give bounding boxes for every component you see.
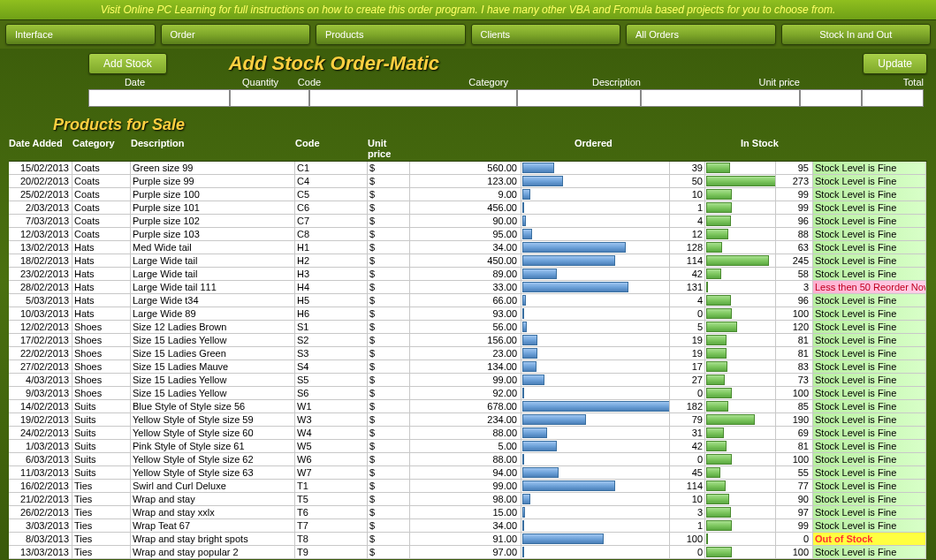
cell-date: 5/03/2013 bbox=[9, 294, 72, 307]
cell-stock: 69 bbox=[776, 427, 813, 440]
table-row[interactable]: 1/03/2013SuitsPink Style of Style size 6… bbox=[9, 440, 927, 453]
table-row[interactable]: 11/03/2013SuitsYellow Style of Style siz… bbox=[9, 466, 927, 480]
table-row[interactable]: 15/02/2013CoatsGreen size 99C1$560.00399… bbox=[9, 162, 927, 175]
nav-products[interactable]: Products bbox=[316, 24, 466, 45]
cell-stock-bar bbox=[705, 506, 776, 519]
cell-stock: 96 bbox=[776, 294, 813, 307]
description-input[interactable] bbox=[641, 89, 800, 107]
cell-description: Size 15 Ladies Yellow bbox=[131, 334, 295, 347]
cell-stock: 100 bbox=[776, 453, 813, 466]
cell-ordered-bar bbox=[521, 506, 670, 519]
cell-price: 156.00 bbox=[410, 334, 521, 347]
cell-ordered: 42 bbox=[670, 440, 705, 453]
cell-ordered: 100 bbox=[670, 533, 705, 546]
table-row[interactable]: 13/03/2013TiesWrap and stay popular 2T9$… bbox=[9, 546, 927, 559]
cell-code: T8 bbox=[295, 533, 368, 546]
table-row[interactable]: 12/03/2013CoatsPurple size 103C8$95.0012… bbox=[9, 228, 927, 241]
table-row[interactable]: 28/02/2013HatsLarge Wide tail 111H4$33.0… bbox=[9, 281, 927, 294]
cell-price: 97.00 bbox=[410, 546, 521, 559]
cell-status: Stock Level is Fine bbox=[813, 321, 926, 334]
table-row[interactable]: 23/02/2013HatsLarge Wide tailH3$89.00425… bbox=[9, 268, 927, 281]
cell-date: 13/02/2013 bbox=[9, 241, 72, 254]
cell-category: Suits bbox=[72, 400, 131, 413]
table-row[interactable]: 4/03/2013ShoesSize 15 Ladies YellowS5$99… bbox=[9, 374, 927, 387]
table-row[interactable]: 17/02/2013ShoesSize 15 Ladies YellowS2$1… bbox=[9, 334, 927, 347]
header-ordered: Ordered bbox=[521, 138, 705, 159]
cell-stock: 63 bbox=[776, 241, 813, 254]
cell-code: H2 bbox=[295, 254, 368, 268]
cell-description: Med Wide tail bbox=[131, 241, 295, 254]
update-button[interactable]: Update bbox=[863, 53, 927, 74]
category-input[interactable] bbox=[517, 89, 641, 107]
cell-stock: 100 bbox=[776, 307, 813, 321]
cell-currency: $ bbox=[368, 546, 410, 559]
table-row[interactable]: 5/03/2013HatsLarge Wide t34H5$66.00496St… bbox=[9, 294, 927, 307]
cell-description: Yellow Style of Style size 62 bbox=[131, 453, 295, 466]
table-row[interactable]: 9/03/2013ShoesSize 15 Ladies YellowS6$92… bbox=[9, 387, 927, 400]
cell-status: Stock Level is Fine bbox=[813, 546, 926, 559]
table-row[interactable]: 26/02/2013TiesWrap and stay xxlxT6$15.00… bbox=[9, 506, 927, 519]
table-row[interactable]: 25/02/2013CoatsPurple size 100C5$9.00109… bbox=[9, 188, 927, 201]
cell-stock-bar bbox=[705, 533, 776, 546]
cell-currency: $ bbox=[368, 307, 410, 321]
cell-currency: $ bbox=[368, 493, 410, 506]
cell-status: Stock Level is Fine bbox=[813, 480, 926, 493]
cell-code: H3 bbox=[295, 268, 368, 281]
code-input[interactable] bbox=[309, 89, 517, 107]
table-row[interactable]: 7/03/2013CoatsPurple size 102C7$90.00496… bbox=[9, 215, 927, 228]
total-input[interactable] bbox=[862, 89, 924, 107]
table-row[interactable]: 16/02/2013TiesSwirl and Curl DeluxeT1$99… bbox=[9, 480, 927, 493]
table-row[interactable]: 6/03/2013SuitsYellow Style of Style size… bbox=[9, 453, 927, 466]
nav-clients[interactable]: Clients bbox=[471, 24, 621, 45]
cell-currency: $ bbox=[368, 241, 410, 254]
cell-date: 24/02/2013 bbox=[9, 427, 72, 440]
cell-price: 134.00 bbox=[410, 360, 521, 374]
cell-category: Hats bbox=[72, 254, 131, 268]
cell-stock: 58 bbox=[776, 268, 813, 281]
date-input[interactable] bbox=[88, 89, 230, 107]
cell-category: Ties bbox=[72, 533, 131, 546]
cell-description: Wrap Teat 67 bbox=[131, 519, 295, 533]
nav-stock-in-out[interactable]: Stock In and Out bbox=[781, 24, 932, 45]
table-row[interactable]: 12/02/2013ShoesSize 12 Ladies BrownS1$56… bbox=[9, 321, 927, 334]
cell-price: 450.00 bbox=[410, 254, 521, 268]
unitprice-input[interactable] bbox=[800, 89, 862, 107]
cell-ordered-bar bbox=[521, 188, 670, 201]
cell-category: Hats bbox=[72, 241, 131, 254]
cell-status: Stock Level is Fine bbox=[813, 188, 926, 201]
table-row[interactable]: 27/02/2013ShoesSize 15 Ladies MauveS4$13… bbox=[9, 360, 927, 374]
table-row[interactable]: 21/02/2013TiesWrap and stayT5$98.001090S… bbox=[9, 493, 927, 506]
cell-ordered-bar bbox=[521, 294, 670, 307]
table-row[interactable]: 22/02/2013ShoesSize 15 Ladies GreenS3$23… bbox=[9, 347, 927, 360]
cell-price: 234.00 bbox=[410, 413, 521, 427]
cell-stock-bar bbox=[705, 493, 776, 506]
cell-status: Stock Level is Fine bbox=[813, 254, 926, 268]
quantity-input[interactable] bbox=[230, 89, 309, 107]
table-row[interactable]: 20/02/2013CoatsPurple size 99C4$123.0050… bbox=[9, 175, 927, 188]
nav-interface[interactable]: Interface bbox=[5, 24, 156, 45]
table-row[interactable]: 14/02/2013SuitsBlue Style of Style size … bbox=[9, 400, 927, 413]
add-stock-button[interactable]: Add Stock bbox=[88, 53, 167, 74]
table-row[interactable]: 19/02/2013SuitsYellow Style of Style siz… bbox=[9, 413, 927, 427]
cell-currency: $ bbox=[368, 334, 410, 347]
table-row[interactable]: 3/03/2013TiesWrap Teat 67T7$34.00199Stoc… bbox=[9, 519, 927, 533]
nav-allorders[interactable]: All Orders bbox=[626, 24, 776, 45]
cell-stock: 73 bbox=[776, 374, 813, 387]
cell-category: Shoes bbox=[72, 321, 131, 334]
table-row[interactable]: 18/02/2013HatsLarge Wide tailH2$450.0011… bbox=[9, 254, 927, 268]
header-category: Category bbox=[72, 138, 131, 159]
table-row[interactable]: 10/03/2013HatsLarge Wide 89H6$93.000100S… bbox=[9, 307, 927, 321]
table-row[interactable]: 13/02/2013HatsMed Wide tailH1$34.0012863… bbox=[9, 241, 927, 254]
table-row[interactable]: 2/03/2013CoatsPurple size 101C6$456.0019… bbox=[9, 201, 927, 215]
nav-order[interactable]: Order bbox=[161, 24, 311, 45]
cell-code: W7 bbox=[295, 466, 368, 480]
cell-ordered: 19 bbox=[670, 334, 705, 347]
cell-stock: 85 bbox=[776, 400, 813, 413]
cell-code: T5 bbox=[295, 493, 368, 506]
cell-date: 8/03/2013 bbox=[9, 533, 72, 546]
table-row[interactable]: 24/02/2013SuitsYellow Style of Style siz… bbox=[9, 427, 927, 440]
cell-date: 4/03/2013 bbox=[9, 374, 72, 387]
table-row[interactable]: 8/03/2013TiesWrap and stay bright spotsT… bbox=[9, 533, 927, 546]
cell-ordered-bar bbox=[521, 533, 670, 546]
cell-date: 18/02/2013 bbox=[9, 254, 72, 268]
